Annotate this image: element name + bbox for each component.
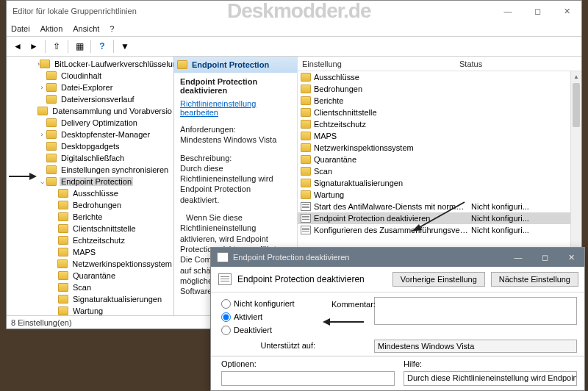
chevron-icon[interactable]: › (37, 131, 46, 138)
folder-icon (301, 179, 311, 187)
supported-on-label: Unterstützt auf: (260, 341, 315, 350)
tree-item[interactable]: Dateiversionsverlauf (7, 93, 173, 105)
folder-icon (46, 142, 57, 151)
help-icon[interactable]: ? (96, 40, 109, 53)
tree-item[interactable]: ›BitLocker-Laufwerkverschlüsselun (7, 58, 173, 70)
list-row[interactable]: Ausschlüsse (298, 71, 581, 83)
tree-item[interactable]: Ausschlüsse (7, 187, 173, 199)
folder-icon (301, 73, 311, 82)
edit-policy-link[interactable]: Richtlinieneinstellung bearbeiten (180, 99, 291, 117)
setting-name: Berichte (314, 96, 471, 105)
toolbar-separator (45, 40, 46, 53)
scroll-up-icon[interactable]: ▲ (571, 71, 581, 82)
tree-label: BitLocker-Laufwerkverschlüsselun (53, 60, 174, 68)
folder-icon (46, 71, 57, 80)
radio-not-configured[interactable]: Nicht konfiguriert (221, 297, 323, 310)
dialog-maximize-button[interactable]: ◻ (531, 248, 558, 267)
tree-item[interactable]: ›Desktopfenster-Manager (7, 129, 173, 140)
dialog-header: Endpoint Protection deaktivieren Vorheri… (211, 267, 584, 292)
list-row[interactable]: Endpoint Protection deaktivierenNicht ko… (298, 212, 581, 224)
description-label: Beschreibung: (180, 154, 232, 162)
list-row[interactable]: Wartung (298, 189, 581, 201)
setting-name: Echtzeitschutz (314, 120, 471, 129)
tree-item[interactable]: Scan (7, 281, 173, 293)
tree-item[interactable]: Delivery Optimization (7, 117, 173, 129)
setting-status: Nicht konfiguri... (471, 226, 581, 234)
tree-item[interactable]: Berichte (7, 211, 173, 223)
list-row[interactable]: Start des AntiMalware-Diensts mit normal… (298, 201, 581, 212)
scroll-thumb[interactable] (573, 83, 580, 127)
list-row[interactable]: Berichte (298, 95, 581, 107)
previous-setting-button[interactable]: Vorherige Einstellung (392, 272, 485, 287)
annotation-arrow-icon (323, 318, 367, 326)
col-status[interactable]: Status (455, 60, 581, 68)
view-icon[interactable]: ▦ (73, 40, 86, 53)
help-box: Durch diese Richtlinieneinstellung wird … (404, 371, 577, 386)
list-row[interactable]: Scan (298, 165, 581, 177)
tree-item[interactable]: Datensammlung und Vorabversio (7, 105, 173, 117)
folder-icon (177, 60, 187, 69)
next-setting-button[interactable]: Nächste Einstellung (491, 272, 578, 287)
filter-icon[interactable]: ▼ (118, 40, 132, 53)
list-row[interactable]: Signaturaktualisierungen (298, 177, 581, 189)
tree-item[interactable]: Cloudinhalt (7, 70, 173, 82)
toolbar-separator (90, 40, 91, 53)
close-button[interactable]: ✕ (552, 1, 581, 21)
tree-item[interactable]: ⌵Endpoint Protection (7, 176, 173, 187)
tree-item[interactable]: MAPS (7, 246, 173, 258)
folder-icon (301, 155, 311, 164)
tree-item[interactable]: ›Datei-Explorer (7, 82, 173, 93)
menu-aktion[interactable]: Aktion (40, 24, 63, 33)
tree-item[interactable]: Wartung (7, 305, 173, 315)
tree-item[interactable]: Netzwerkinspektionssystem (7, 258, 173, 270)
tree-item[interactable]: Signaturaktualisierungen (7, 293, 173, 305)
col-setting[interactable]: Einstellung (298, 60, 455, 68)
tree-label: Echtzeitschutz (71, 236, 126, 245)
chevron-icon[interactable]: › (37, 84, 46, 91)
forward-icon[interactable]: ► (27, 40, 40, 53)
list-row[interactable]: Clientschnittstelle (298, 107, 581, 118)
tree-item[interactable]: Clientschnittstelle (7, 223, 173, 234)
list-row[interactable]: Echtzeitschutz (298, 118, 581, 130)
menubar: Datei Aktion Ansicht ? (7, 21, 581, 36)
menu-help[interactable]: ? (110, 24, 114, 33)
tree-item[interactable]: Digitalschließfach (7, 152, 173, 164)
tree-label: Ausschlüsse (71, 189, 120, 198)
help-label: Hilfe: (404, 359, 577, 368)
tree-item[interactable]: Bedrohungen (7, 199, 173, 211)
list-row[interactable]: MAPS (298, 130, 581, 142)
list-row[interactable]: Bedrohungen (298, 83, 581, 95)
folder-icon (58, 201, 68, 209)
options-box[interactable] (221, 371, 395, 386)
minimize-button[interactable]: — (493, 1, 523, 21)
setting-title: Endpoint Protection deaktivieren (180, 77, 291, 95)
comment-textarea[interactable] (374, 297, 577, 325)
list-row[interactable]: Netzwerkinspektionssystem (298, 142, 581, 154)
dialog-minimize-button[interactable]: — (505, 248, 531, 267)
policy-tree[interactable]: ›BitLocker-LaufwerkverschlüsselunCloudin… (7, 57, 174, 315)
options-label: Optionen: (221, 359, 395, 368)
tree-label: Dateiversionsverlauf (60, 95, 136, 104)
dialog-close-button[interactable]: ✕ (558, 248, 584, 267)
tree-item[interactable]: Echtzeitschutz (7, 234, 173, 246)
tree-item[interactable]: Quarantäne (7, 270, 173, 281)
up-icon[interactable]: ⇧ (50, 40, 63, 53)
maximize-button[interactable]: ◻ (523, 1, 552, 21)
tree-item[interactable]: Einstellungen synchronisieren (7, 164, 173, 176)
list-row[interactable]: Quarantäne (298, 154, 581, 165)
menu-ansicht[interactable]: Ansicht (73, 24, 99, 33)
policy-dialog: Endpoint Protection deaktivieren — ◻ ✕ E… (210, 247, 585, 391)
back-icon[interactable]: ◄ (11, 40, 24, 53)
menu-datei[interactable]: Datei (11, 24, 30, 33)
tree-item[interactable]: Desktopgadgets (7, 140, 173, 152)
folder-icon (301, 190, 311, 199)
tree-label: Einstellungen synchronisieren (60, 165, 170, 174)
radio-disabled[interactable]: Deaktiviert (221, 323, 323, 337)
policy-icon (218, 273, 232, 285)
chevron-icon[interactable]: ⌵ (37, 178, 46, 185)
list-row[interactable]: Konfigurieren des Zusammenführungsverhal… (298, 224, 581, 236)
dialog-titlebar[interactable]: Endpoint Protection deaktivieren — ◻ ✕ (211, 248, 584, 267)
folder-icon (301, 132, 311, 140)
folder-icon (40, 60, 50, 68)
radio-enabled[interactable]: Aktiviert (221, 310, 323, 323)
